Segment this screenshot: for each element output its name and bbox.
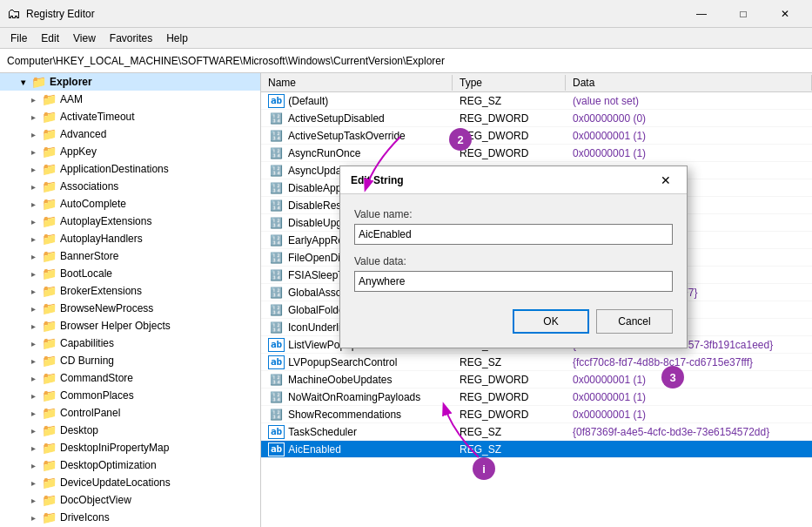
cell-data: 0x00000001 (1)	[566, 373, 812, 387]
table-row[interactable]: 🔢ActiveSetupDisabledREG_DWORD0x00000000 …	[261, 110, 812, 127]
cell-data	[566, 449, 812, 450]
header-name[interactable]: Name	[261, 75, 453, 91]
tree-arrow: ▸	[31, 461, 42, 470]
table-row[interactable]: 🔢MachineOobeUpdatesREG_DWORD0x00000001 (…	[261, 371, 812, 388]
value-data-input[interactable]	[354, 271, 673, 292]
table-row[interactable]: 🔢NoWaitOnRoamingPayloadsREG_DWORD0x00000…	[261, 388, 812, 406]
cell-data: 0x00000001 (1)	[566, 146, 812, 160]
folder-icon: 📁	[42, 249, 57, 263]
header-data[interactable]: Data	[566, 75, 812, 91]
tree-arrow: ▸	[31, 304, 42, 314]
dialog-titlebar: Edit String ✕	[340, 166, 687, 194]
reg-value-icon: ab	[268, 355, 285, 369]
tree-item[interactable]: ▸📁DeviceUpdateLocations	[0, 474, 260, 491]
tree-item[interactable]: ▸📁Capabilities	[0, 334, 260, 352]
folder-icon: 📁	[42, 336, 57, 350]
tree-item[interactable]: ▸📁DesktopIniPropertyMap	[0, 439, 260, 456]
maximize-button[interactable]: □	[723, 0, 763, 28]
tree-item[interactable]: ▸📁AutoplayHandlers	[0, 230, 260, 247]
tree-arrow: ▸	[31, 199, 42, 209]
tree-item[interactable]: ▸📁AAM	[0, 91, 260, 108]
cell-data: {fccf70c8-fd7-4d8b-8c17-cd6715e37fff}	[566, 355, 812, 369]
tree-item[interactable]: ▸📁Desktop	[0, 422, 260, 439]
close-button[interactable]: ✕	[765, 0, 805, 28]
tree-arrow: ▸	[31, 130, 42, 139]
table-row[interactable]: 🔢ActiveSetupTaskOverrideREG_DWORD0x00000…	[261, 127, 812, 145]
tree-item[interactable]: ▸📁ActivateTimeout	[0, 108, 260, 125]
tree-item[interactable]: ▸📁AutoplayExtensions	[0, 213, 260, 230]
menu-help[interactable]: Help	[159, 30, 195, 46]
tree-item-label: DocObjectView	[60, 494, 260, 506]
window-title: Registry Editor	[26, 8, 681, 20]
folder-icon: 📁	[42, 354, 57, 368]
minimize-button[interactable]: —	[681, 0, 721, 28]
registry-tree[interactable]: ▾📁Explorer▸📁AAM▸📁ActivateTimeout▸📁Advanc…	[0, 73, 261, 527]
reg-value-icon: 🔢	[268, 304, 285, 316]
tree-item[interactable]: ▸📁DesktopOptimization	[0, 456, 260, 474]
tree-item[interactable]: ▸📁CommandStore	[0, 369, 260, 387]
tree-arrow: ▸	[31, 321, 42, 331]
folder-icon: 📁	[42, 92, 57, 106]
folder-icon: 📁	[42, 458, 57, 472]
ok-button[interactable]: OK	[513, 309, 589, 334]
tree-item[interactable]: ▸📁AutoComplete	[0, 195, 260, 213]
tree-item[interactable]: ▸📁BannerStore	[0, 247, 260, 265]
table-row[interactable]: abLVPopupSearchControlREG_SZ{fccf70c8-fd…	[261, 354, 812, 371]
folder-icon: 📁	[42, 510, 57, 524]
menu-edit[interactable]: Edit	[34, 30, 66, 46]
menu-file[interactable]: File	[3, 30, 34, 46]
reg-value-icon: ab	[268, 94, 285, 108]
reg-value-icon: ab	[268, 338, 285, 352]
tree-item[interactable]: ▸📁BrowseNewProcess	[0, 300, 260, 317]
table-row[interactable]: ab(Default)REG_SZ(value not set)	[261, 92, 812, 110]
tree-item-label: Browser Helper Objects	[60, 320, 260, 332]
cell-data: 0x00000001 (1)	[566, 390, 812, 404]
reg-value-icon: 🔢	[268, 147, 285, 159]
tree-item[interactable]: ▸📁ControlPanel	[0, 404, 260, 422]
folder-icon: 📁	[42, 284, 57, 298]
folder-icon: 📁	[42, 493, 57, 507]
tree-item[interactable]: ▾📁Explorer	[0, 73, 260, 91]
tree-arrow: ▸	[31, 374, 42, 383]
tree-item-label: ApplicationDestinations	[60, 163, 260, 175]
cell-name-text: NoWaitOnRoamingPayloads	[288, 391, 420, 403]
tree-item[interactable]: ▸📁CD Burning	[0, 352, 260, 369]
table-row[interactable]: abTaskSchedulerREG_SZ{0f87369f-a4e5-4cfc…	[261, 423, 812, 441]
tree-item-label: DriveIcons	[60, 511, 260, 524]
cancel-button[interactable]: Cancel	[596, 309, 673, 334]
tree-item[interactable]: ▸📁Advanced	[0, 125, 260, 143]
tree-arrow: ▸	[31, 409, 42, 418]
folder-icon: 📁	[42, 441, 57, 455]
folder-icon: 📁	[42, 406, 57, 420]
tree-item-label: Advanced	[60, 128, 260, 140]
tree-item[interactable]: ▸📁Browser Helper Objects	[0, 317, 260, 334]
reg-value-icon: 🔢	[268, 252, 285, 264]
tree-item-label: ActivateTimeout	[60, 111, 260, 123]
tree-item[interactable]: ▸📁BrokerExtensions	[0, 282, 260, 300]
tree-item[interactable]: ▸📁DocObjectView	[0, 491, 260, 509]
table-row[interactable]: 🔢AsyncRunOnceREG_DWORD0x00000001 (1)	[261, 145, 812, 162]
menu-view[interactable]: View	[66, 30, 103, 46]
tree-item[interactable]: ▸📁Associations	[0, 178, 260, 195]
folder-icon: 📁	[42, 162, 57, 176]
tree-item[interactable]: ▸📁CommonPlaces	[0, 387, 260, 404]
value-name-input[interactable]	[354, 224, 673, 245]
folder-icon: 📁	[42, 267, 57, 280]
tree-item[interactable]: ▸📁AppKey	[0, 143, 260, 160]
cell-type: REG_SZ	[453, 94, 566, 108]
dialog-close-button[interactable]: ✕	[655, 170, 676, 191]
tree-item[interactable]: ▸📁ApplicationDestinations	[0, 160, 260, 178]
menu-favorites[interactable]: Favorites	[103, 30, 159, 46]
cell-type: REG_DWORD	[453, 390, 566, 404]
tree-item[interactable]: ▸📁DriveIcons	[0, 509, 260, 526]
tree-arrow: ▸	[31, 165, 42, 174]
cell-name-text: AsyncRunOnce	[288, 147, 360, 159]
cell-type: REG_DWORD	[453, 408, 566, 422]
cell-data: 0x00000001 (1)	[566, 408, 812, 422]
header-type[interactable]: Type	[453, 75, 566, 91]
table-row[interactable]: 🔢ShowRecommendationsREG_DWORD0x00000001 …	[261, 406, 812, 423]
cell-name-text: ShowRecommendations	[288, 409, 401, 421]
tree-item[interactable]: ▸📁BootLocale	[0, 265, 260, 282]
table-row[interactable]: abAicEnabledREG_SZ	[261, 441, 812, 458]
value-data-label: Value data:	[354, 255, 673, 267]
